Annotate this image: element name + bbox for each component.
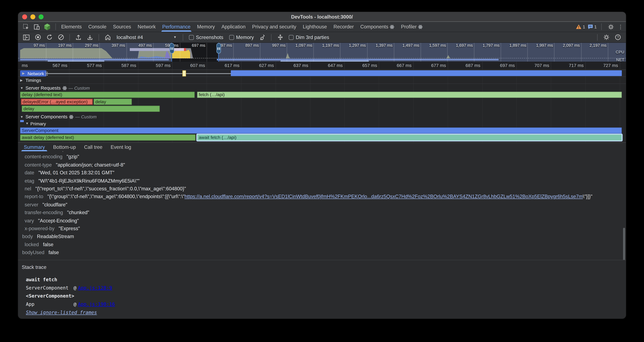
- detail-key: transfer-encoding: [25, 210, 63, 215]
- maximize-button[interactable]: [39, 14, 44, 19]
- primary-subtrack-header[interactable]: ▼ Primary: [18, 120, 46, 127]
- flame-bar-await-delay-deferred-text-[interactable]: await delay (deferred text): [20, 135, 196, 141]
- flame-bar-delayederror-ayed-exception-[interactable]: delayedError (…ayed exception): [21, 99, 93, 105]
- chevron-down-icon: ▼: [26, 122, 29, 125]
- tab-application[interactable]: Application: [218, 22, 249, 32]
- panel-settings-gear-icon[interactable]: [601, 33, 611, 42]
- scrollbar-thumb[interactable]: [623, 228, 625, 260]
- tab-memory[interactable]: Memory: [194, 22, 218, 32]
- react-atom-icon: [418, 25, 423, 29]
- detail-key: nel: [25, 186, 32, 191]
- tab-label: Application: [222, 24, 246, 30]
- warning-count: 1: [583, 24, 585, 29]
- dim-3rd-parties-checkbox[interactable]: Dim 3rd parties: [287, 34, 331, 40]
- garbage-collect-icon[interactable]: [258, 33, 267, 42]
- track-label-network[interactable]: ▶ Network: [20, 70, 46, 77]
- profile-history-select[interactable]: localhost #4 ▼: [114, 33, 179, 41]
- server-components-header[interactable]: ▼ Server Components — Custom: [18, 113, 97, 120]
- detail-row-content-type: content-type"application/json; charset=u…: [18, 162, 626, 170]
- details-tab-event-log[interactable]: Event log: [106, 143, 135, 151]
- screen: DevTools - localhost:3000/ ElementsConso…: [0, 0, 644, 342]
- screenshots-checkbox[interactable]: Screenshots: [187, 34, 225, 40]
- clear-icon[interactable]: [56, 33, 66, 42]
- tab-label: Recorder: [334, 24, 354, 30]
- detail-key: connection: [25, 151, 48, 152]
- settings-gear-icon[interactable]: [606, 23, 615, 31]
- tab-privacy-and-security[interactable]: Privacy and security: [249, 22, 300, 32]
- ruler-gridline: [585, 62, 586, 70]
- message-badge[interactable]: 1: [588, 24, 597, 29]
- reload-record-icon[interactable]: [44, 33, 54, 42]
- selection-handle-left[interactable]: ❚❚: [170, 43, 174, 54]
- download-profile-icon[interactable]: [85, 33, 95, 42]
- memory-checkbox[interactable]: Memory: [227, 34, 256, 40]
- flame-bar-fetch-api-[interactable]: fetch (…/api): [197, 92, 622, 98]
- flame-bar-servercomponent[interactable]: ServerComponent: [20, 127, 622, 134]
- details-tab-call-tree[interactable]: Call tree: [80, 143, 107, 151]
- tab-network[interactable]: Network: [134, 22, 159, 32]
- screenshots-label: Screenshots: [196, 34, 223, 40]
- flame-bar-delay[interactable]: delay: [94, 99, 132, 105]
- stack-frame-at: @: [74, 301, 76, 307]
- upload-profile-icon[interactable]: [74, 33, 83, 42]
- stack-frame-location-link[interactable]: App.js:128:9: [78, 285, 112, 291]
- tab-sources[interactable]: Sources: [110, 22, 134, 32]
- overview-tick-label: 997 ms: [272, 43, 287, 48]
- toggle-sidebar-icon[interactable]: [22, 33, 31, 42]
- chevron-down-icon: ▼: [20, 115, 24, 119]
- node-icon[interactable]: [43, 23, 52, 31]
- tab-elements[interactable]: Elements: [58, 22, 85, 32]
- stack-frame: App@App.js:190:16: [22, 300, 626, 308]
- detail-key: vary: [25, 218, 34, 223]
- stack-frame-location-link[interactable]: App.js:190:16: [78, 301, 115, 307]
- flame-bar-delay[interactable]: delay: [22, 106, 160, 112]
- network-request-selected[interactable]: [182, 70, 186, 77]
- server-requests-header[interactable]: ▼ Server Requests — Custom: [18, 85, 90, 91]
- overview-gridline: [528, 43, 528, 62]
- net-lane-label: NET: [616, 58, 624, 62]
- tab-lighthouse[interactable]: Lighthouse: [300, 22, 330, 32]
- overview-gridline: [46, 43, 46, 62]
- message-count: 1: [594, 24, 597, 29]
- details-tab-bottom-up[interactable]: Bottom-up: [49, 143, 80, 151]
- tab-profiler[interactable]: Profiler: [398, 22, 426, 32]
- device-toolbar-icon[interactable]: [32, 23, 41, 31]
- overview-gridline: [447, 43, 448, 62]
- timeline-overview[interactable]: 97 ms197 ms297 ms397 ms497 ms597 ms697 m…: [18, 43, 626, 62]
- tab-label: Memory: [197, 24, 215, 30]
- divider: [183, 34, 183, 41]
- ruler-gridline: [207, 62, 207, 70]
- report-to-link[interactable]: https://a.nel.cloudflare.com/report/v4?s…: [184, 194, 583, 200]
- detail-row-server: server"cloudflare": [18, 202, 626, 210]
- collapse-icon[interactable]: [275, 33, 285, 42]
- tab-console[interactable]: Console: [85, 22, 110, 32]
- server-requests-suffix: — Custom: [68, 86, 90, 90]
- home-icon[interactable]: [103, 33, 112, 42]
- dim-3rd-parties-label: Dim 3rd parties: [296, 34, 329, 40]
- flame-bar-await-fetch-api-[interactable]: await fetch (…/api): [197, 135, 622, 141]
- record-icon[interactable]: [33, 33, 43, 42]
- tab-recorder[interactable]: Recorder: [330, 22, 357, 32]
- network-request-bar[interactable]: [231, 70, 622, 76]
- flame-bar-delay-deferred-text-[interactable]: delay (deferred text): [20, 92, 195, 98]
- overview-tick-label: 97 ms: [34, 43, 46, 48]
- show-ignore-listed-frames-link[interactable]: Show ignore-listed frames: [26, 310, 97, 315]
- track-resize-grip[interactable]: [45, 72, 48, 76]
- minimize-button[interactable]: [30, 14, 35, 19]
- tab-components[interactable]: Components: [357, 22, 398, 32]
- react-atom-icon: [390, 25, 394, 29]
- warning-badge[interactable]: 1: [576, 24, 585, 29]
- details-tab-summary[interactable]: Summary: [20, 143, 49, 151]
- stack-frame: ServerComponent@App.js:128:9: [22, 284, 626, 292]
- inspect-icon[interactable]: [22, 23, 30, 31]
- help-icon[interactable]: ?: [613, 33, 622, 42]
- track-label-timings[interactable]: ▶ Timings: [18, 77, 44, 83]
- tab-performance[interactable]: Performance: [159, 22, 194, 32]
- ruler-gridline: [482, 62, 482, 70]
- detail-value: "gzip": [66, 154, 79, 160]
- divider: [601, 24, 602, 30]
- divider: [98, 34, 99, 41]
- selection-handle-right[interactable]: ❚❚: [216, 43, 221, 54]
- close-button[interactable]: [22, 14, 27, 19]
- more-options-kebab-icon[interactable]: ⋮: [618, 24, 624, 30]
